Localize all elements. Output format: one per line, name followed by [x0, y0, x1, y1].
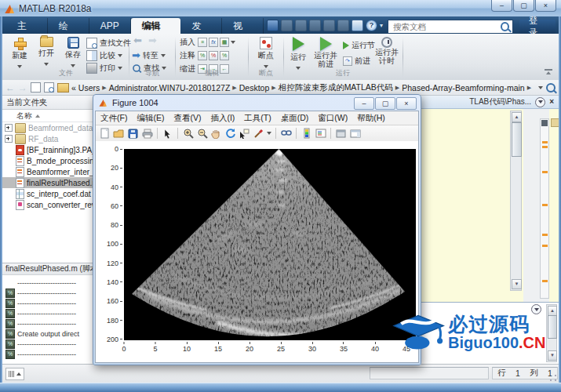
figure-canvas[interactable]: 020406080100120140160180200 051015202530…: [96, 141, 418, 362]
warning-mark[interactable]: [542, 245, 548, 247]
minimize-button[interactable]: –: [491, 0, 512, 12]
menu-item[interactable]: 插入(I): [206, 113, 239, 124]
save-button[interactable]: 保存: [60, 35, 86, 69]
scrollbar-thumb[interactable]: [512, 122, 522, 157]
analyzer-message-indicator[interactable]: [541, 120, 548, 126]
breadcrumb-dropdown-icon[interactable]: [538, 86, 543, 89]
insert-button[interactable]: 插入 ≡fx▦: [180, 37, 235, 48]
section-row[interactable]: % -------------------------: [2, 339, 93, 349]
new-doc-icon[interactable]: [99, 128, 111, 140]
ribbon-tab[interactable]: 主页: [6, 18, 48, 34]
edit-plot-cursor-icon[interactable]: [162, 128, 173, 140]
maximize-button[interactable]: ▢: [513, 0, 534, 12]
search-input[interactable]: [392, 21, 501, 32]
close-document-icon[interactable]: ×: [549, 98, 554, 106]
switch-windows-icon[interactable]: [352, 20, 363, 31]
breakpoints-button[interactable]: 断点: [253, 35, 279, 70]
hide-plot-tools-icon[interactable]: [335, 128, 347, 140]
warning-mark[interactable]: [542, 204, 548, 206]
search-icon[interactable]: [501, 22, 509, 31]
expand-icon[interactable]: [5, 135, 13, 143]
up-folder-icon[interactable]: [31, 82, 41, 93]
menu-item[interactable]: 窗口(W): [313, 113, 352, 124]
section-row[interactable]: % -------------------------: [2, 318, 93, 328]
warning-mark[interactable]: [542, 234, 548, 236]
section-row[interactable]: % Create output direct: [2, 328, 93, 339]
new-button[interactable]: 新建: [7, 35, 32, 70]
wrap-comment-icon[interactable]: %: [220, 51, 229, 60]
section-row[interactable]: % -------------------------: [2, 298, 93, 308]
collapse-ribbon-icon[interactable]: [545, 69, 552, 77]
uncomment-icon[interactable]: %: [209, 51, 218, 60]
current-folder-header[interactable]: 当前文件夹: [2, 96, 93, 110]
breadcrumb[interactable]: « Users▶ Administrator.WIN7U-20180127Z▶ …: [57, 82, 535, 93]
breadcrumb-item[interactable]: Administrator.WIN7U-20180127Z▶: [109, 83, 237, 93]
breadcrumb-item[interactable]: 相控阵波束形成的MATLAB代码▶: [279, 82, 400, 93]
insert-function-icon[interactable]: fx: [209, 38, 218, 47]
menu-item[interactable]: 查看(V): [169, 113, 206, 124]
file-row[interactable]: B_mode_processin: [2, 155, 93, 166]
section-row[interactable]: % -------------------------: [2, 288, 93, 298]
open-folder-icon[interactable]: [113, 128, 125, 140]
editor-tab-title[interactable]: TLAB代码\Phas...: [469, 96, 531, 107]
undo-icon[interactable]: [323, 20, 335, 31]
file-row[interactable]: RF_data: [2, 133, 93, 144]
folder-search-icon[interactable]: [546, 83, 556, 93]
ribbon-tab[interactable]: APP: [89, 18, 131, 34]
breadcrumb-item[interactable]: Desktop▶: [239, 83, 276, 93]
file-row[interactable]: [BF_trainning]3.PA_: [2, 144, 93, 155]
ribbon-tab[interactable]: 编辑器: [131, 18, 181, 34]
comment-icon[interactable]: %: [198, 51, 207, 60]
editor-scrollbar[interactable]: ▲ ▼: [510, 111, 522, 291]
ribbon-tab[interactable]: 视图: [222, 18, 264, 34]
file-row[interactable]: Beamformed_data: [2, 122, 93, 133]
breadcrumb-item[interactable]: Phased-Array-Beamforming-main▶: [402, 83, 531, 93]
document-menu-icon[interactable]: [535, 97, 545, 107]
save-icon[interactable]: [267, 20, 279, 31]
pan-hand-icon[interactable]: [210, 128, 222, 140]
compare-button[interactable]: 比较: [86, 50, 122, 61]
scroll-up-icon[interactable]: ▲: [512, 112, 522, 122]
menu-item[interactable]: 工具(T): [239, 113, 275, 124]
insert-legend-icon[interactable]: [315, 128, 326, 140]
advance-button[interactable]: ↷前进: [343, 56, 370, 67]
find-files-button[interactable]: 查找文件: [86, 38, 131, 49]
back-icon[interactable]: ←: [5, 82, 15, 93]
login-button[interactable]: 登录: [519, 20, 556, 34]
file-row[interactable]: finalResultPhased.m: [2, 177, 93, 188]
maximize-button[interactable]: ▢: [375, 97, 395, 110]
name-column-header[interactable]: 名称: [2, 110, 93, 122]
print-icon[interactable]: [141, 128, 153, 140]
run-advance-button[interactable]: 运行并前进: [311, 35, 340, 68]
open-button[interactable]: 打开: [34, 35, 59, 67]
run-time-button[interactable]: 运行并计时: [373, 35, 401, 65]
minimize-button[interactable]: –: [354, 97, 374, 110]
file-details-header[interactable]: finalResultPhased.m (脚本): [2, 263, 93, 275]
goto-button[interactable]: ➡转至: [132, 50, 166, 61]
data-cursor-icon[interactable]: [239, 128, 250, 140]
breadcrumb-item[interactable]: Users▶: [78, 83, 107, 93]
save-icon[interactable]: [127, 128, 139, 140]
file-row[interactable]: sc_interp_coef.dat: [2, 188, 93, 199]
file-row[interactable]: scan_converter_rev: [2, 199, 93, 210]
brush-dropdown-icon[interactable]: [267, 132, 271, 135]
close-button[interactable]: ×: [396, 97, 417, 110]
details-toggle-button[interactable]: [5, 368, 24, 380]
title-bar[interactable]: MATLAB R2018a: [0, 0, 561, 16]
expand-icon[interactable]: [5, 124, 13, 132]
browse-folder-icon[interactable]: [44, 82, 54, 93]
section-row[interactable]: % -------------------------: [2, 349, 93, 359]
warning-mark[interactable]: [542, 141, 548, 143]
zoom-in-icon[interactable]: [182, 128, 194, 140]
redo-icon[interactable]: [337, 20, 349, 31]
file-row[interactable]: Beamformer_inter_: [2, 166, 93, 177]
warning-mark[interactable]: [542, 280, 548, 282]
qat-dropdown-icon[interactable]: ▾: [380, 22, 383, 29]
figure-window[interactable]: Figure 1004 – ▢ × 文件(F)编辑(E)查看(V)插入(I)工具…: [93, 94, 421, 365]
section-row[interactable]: % -------------------------: [2, 278, 93, 288]
menu-item[interactable]: 文件(F): [96, 113, 132, 124]
scroll-down-icon[interactable]: ▼: [512, 279, 522, 289]
ribbon-tab[interactable]: 绘图: [48, 18, 89, 34]
run-section-button[interactable]: 运行节: [343, 40, 375, 51]
forward-icon[interactable]: →: [18, 82, 27, 93]
